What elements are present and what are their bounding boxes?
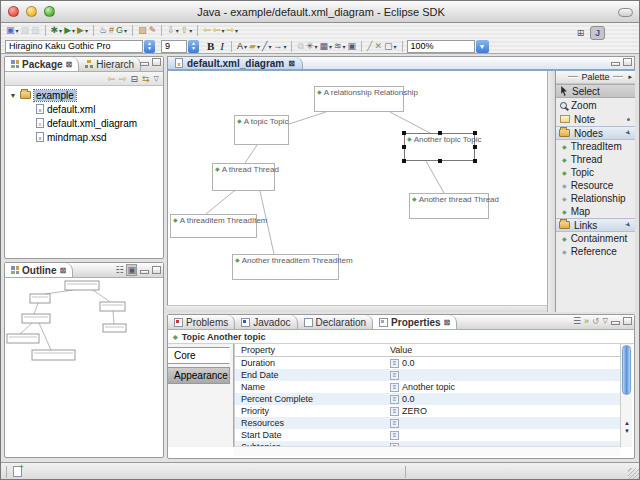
- selection-handle[interactable]: [473, 159, 477, 163]
- forward-view-button[interactable]: ⇨: [119, 74, 127, 84]
- property-value[interactable]: 0.0: [402, 358, 415, 368]
- palette-item-thread[interactable]: ◆Thread: [556, 153, 635, 166]
- tab-appearance[interactable]: Appearance: [168, 367, 230, 384]
- zoom-combo[interactable]: 100%: [407, 40, 475, 53]
- property-value[interactable]: ZERO: [402, 406, 427, 416]
- scrollbar-thumb[interactable]: [622, 345, 631, 395]
- statusbar-editor-icon[interactable]: [13, 466, 22, 477]
- router-oblique-button[interactable]: ╱: [366, 40, 373, 53]
- outline-minimap[interactable]: [5, 278, 163, 460]
- font-color-button[interactable]: A▾: [236, 40, 248, 53]
- dropdown-icon[interactable]: ▾: [283, 43, 286, 50]
- dropdown-icon[interactable]: ▾: [343, 43, 346, 50]
- outline-overview-toggle[interactable]: ▣: [126, 264, 137, 276]
- dropdown-icon[interactable]: ▾: [59, 27, 62, 34]
- palette-item-containment[interactable]: ◆Containment: [556, 232, 635, 245]
- property-value[interactable]: 0.0: [402, 394, 415, 404]
- dropdown-icon[interactable]: ▾: [189, 27, 192, 34]
- dropdown-icon[interactable]: ▾: [72, 27, 75, 34]
- arrow-type-button[interactable]: →▾: [272, 40, 287, 53]
- close-icon[interactable]: ⊠: [59, 266, 66, 275]
- order-button[interactable]: ≋▾: [333, 40, 347, 53]
- tab-problems[interactable]: Problems: [168, 315, 235, 329]
- align-button[interactable]: ▦▾: [318, 40, 333, 53]
- show-categories-button[interactable]: ☰: [573, 316, 581, 326]
- line-style-button[interactable]: ▢▾: [383, 40, 398, 53]
- palette-item-map[interactable]: ◆Map: [556, 205, 635, 218]
- view-menu-icon[interactable]: ▽: [154, 75, 159, 83]
- window-resize-grip[interactable]: [628, 468, 640, 480]
- maximize-editor-button[interactable]: [623, 58, 632, 66]
- palette-item-threaditem[interactable]: ◆ThreadItem: [556, 140, 635, 153]
- property-row-name[interactable]: Name≡Another topic: [235, 381, 620, 393]
- diagram-node-a-thread[interactable]: ◆A thread Thread: [212, 163, 275, 191]
- property-row-priority[interactable]: Priority≡ZERO: [235, 405, 620, 417]
- run-button[interactable]: ▶▾: [63, 24, 76, 37]
- dropdown-icon[interactable]: ▾: [124, 27, 127, 34]
- palette-tool-zoom[interactable]: Zoom: [556, 98, 635, 112]
- close-icon[interactable]: ⊠: [444, 318, 451, 327]
- palette-header[interactable]: Palette ▸: [556, 71, 635, 84]
- tree-item-default-xml-diagram[interactable]: xdefault.xml_diagram: [5, 116, 163, 130]
- minimize-view-button[interactable]: [611, 321, 620, 325]
- minimize-view-button[interactable]: [140, 270, 149, 274]
- property-value[interactable]: Another topic: [402, 382, 455, 392]
- zoom-combo-dropdown[interactable]: ▼: [476, 40, 489, 53]
- selection-handle[interactable]: [402, 145, 406, 149]
- java-perspective-button[interactable]: J: [590, 26, 605, 40]
- font-name-combo[interactable]: Hiragino Kaku Gothic Pro: [5, 40, 143, 53]
- tab-editor-diagram[interactable]: x default.xml_diagram ⊠: [168, 57, 303, 69]
- dropdown-icon[interactable]: ▾: [394, 43, 397, 50]
- palette-tool-note[interactable]: Note: [556, 112, 635, 126]
- search-button[interactable]: ✎: [148, 24, 158, 37]
- tab-declaration[interactable]: Declaration: [298, 315, 374, 329]
- canvas-horizontal-scrollbar[interactable]: [167, 305, 547, 312]
- dropdown-icon[interactable]: ▾: [16, 27, 19, 34]
- maximize-view-button[interactable]: [152, 58, 161, 66]
- tab-hierarchy[interactable]: Hierarch: [79, 57, 141, 71]
- maximize-view-button[interactable]: [623, 317, 632, 325]
- fill-color-button[interactable]: ▰▾: [248, 40, 261, 53]
- restore-default-button[interactable]: ↺: [592, 316, 600, 326]
- font-size-stepper[interactable]: ▲▼: [188, 40, 199, 53]
- bold-button[interactable]: B: [207, 40, 214, 52]
- forward-button[interactable]: ⇨▾: [225, 24, 239, 37]
- diagram-node-another-thread[interactable]: ◆Another thread Thread: [409, 193, 489, 219]
- tab-properties[interactable]: Properties⊠: [373, 315, 457, 329]
- property-row-resources[interactable]: Resources≡: [235, 417, 620, 429]
- last-edit-button[interactable]: ⇦: [202, 24, 212, 37]
- java-g-button[interactable]: G▾: [115, 24, 128, 37]
- run-external-button[interactable]: ▶▾: [76, 24, 89, 37]
- back-view-button[interactable]: ⇦: [107, 74, 115, 84]
- next-annotation-button[interactable]: ⇩▾: [166, 24, 180, 37]
- tab-package-explorer[interactable]: Package ⊠: [5, 57, 79, 71]
- properties-scrollbar[interactable]: ▲▼: [620, 344, 632, 447]
- palette-drawer-nodes[interactable]: Nodes➤: [556, 126, 635, 140]
- palette-item-topic[interactable]: ◆Topic: [556, 166, 635, 179]
- dropdown-icon[interactable]: ▾: [314, 43, 317, 50]
- tree-item-mindmap-xsd[interactable]: xmindmap.xsd: [5, 130, 163, 144]
- line-color-button[interactable]: ╱▾: [261, 40, 272, 53]
- autosize-button[interactable]: ▣: [347, 40, 358, 53]
- prev-annotation-button[interactable]: ⇧▾: [180, 24, 194, 37]
- diagram-node-another-topic[interactable]: ◆Another topic Topic: [404, 133, 475, 161]
- diagram-node-a-threaditem[interactable]: ◆A threaditem ThreadItem: [170, 214, 257, 238]
- scrollbar-arrows[interactable]: ▲▼: [621, 419, 633, 435]
- property-row-start-date[interactable]: Start Date≡: [235, 429, 620, 441]
- font-size-combo[interactable]: 9: [161, 40, 187, 53]
- close-icon[interactable]: ⊠: [66, 60, 73, 69]
- diagram-node-another-threaditem[interactable]: ◆Another threaditem ThreadItem: [232, 254, 339, 280]
- collapse-all-button[interactable]: ⊟: [131, 74, 139, 84]
- tree-item-example[interactable]: ▼example: [5, 88, 163, 102]
- selection-handle[interactable]: [402, 131, 406, 135]
- dropdown-icon[interactable]: ▾: [268, 43, 271, 50]
- open-type-button[interactable]: ♨: [98, 24, 108, 37]
- open-perspective-button[interactable]: ⊞: [573, 26, 588, 40]
- tab-outline[interactable]: Outline ⊠: [5, 263, 73, 277]
- palette-arrow-icon[interactable]: ▸: [628, 73, 632, 81]
- arrange-button[interactable]: ✳▾: [305, 40, 319, 53]
- property-row-end-date[interactable]: End Date≡: [235, 369, 620, 381]
- show-advanced-button[interactable]: »: [584, 316, 589, 326]
- selection-handle[interactable]: [438, 159, 442, 163]
- pin-icon[interactable]: ➤: [623, 128, 633, 138]
